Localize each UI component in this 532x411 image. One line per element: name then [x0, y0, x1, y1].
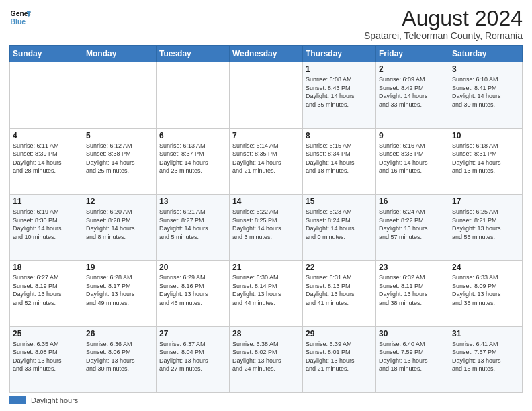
day-info: Sunrise: 6:31 AMSunset: 8:13 PMDaylight:… [306, 273, 373, 307]
logo-icon: General Blue [9, 7, 31, 28]
calendar-cell: 25Sunrise: 6:35 AMSunset: 8:08 PMDayligh… [10, 326, 83, 392]
main-title: August 2024 [364, 7, 523, 30]
day-number: 16 [379, 197, 446, 206]
day-info: Sunrise: 6:35 AMSunset: 8:08 PMDaylight:… [13, 340, 80, 373]
day-number: 18 [13, 263, 80, 272]
calendar-cell: 12Sunrise: 6:20 AMSunset: 8:28 PMDayligh… [83, 194, 157, 260]
day-info: Sunrise: 6:30 AMSunset: 8:14 PMDaylight:… [232, 273, 300, 307]
calendar-cell: 24Sunrise: 6:33 AMSunset: 8:09 PMDayligh… [449, 261, 523, 326]
calendar-cell: 4Sunrise: 6:11 AMSunset: 8:39 PMDaylight… [10, 128, 83, 194]
day-info: Sunrise: 6:37 AMSunset: 8:04 PMDaylight:… [159, 340, 226, 373]
calendar-cell: 5Sunrise: 6:12 AMSunset: 8:38 PMDaylight… [83, 128, 157, 194]
legend-label: Daylight hours [31, 396, 78, 404]
day-number: 1 [306, 64, 373, 74]
day-number: 19 [86, 263, 153, 272]
day-info: Sunrise: 6:36 AMSunset: 8:06 PMDaylight:… [86, 340, 153, 373]
day-info: Sunrise: 6:38 AMSunset: 8:02 PMDaylight:… [232, 340, 300, 373]
day-of-week-header: Wednesday [230, 46, 303, 62]
day-info: Sunrise: 6:39 AMSunset: 8:01 PMDaylight:… [306, 340, 373, 373]
day-number: 7 [232, 131, 300, 140]
calendar-body: 1Sunrise: 6:08 AMSunset: 8:43 PMDaylight… [10, 62, 523, 393]
day-info: Sunrise: 6:29 AMSunset: 8:16 PMDaylight:… [159, 273, 226, 307]
day-number: 3 [452, 64, 519, 74]
calendar-week-row: 4Sunrise: 6:11 AMSunset: 8:39 PMDaylight… [10, 128, 523, 194]
day-info: Sunrise: 6:32 AMSunset: 8:11 PMDaylight:… [379, 273, 446, 307]
day-info: Sunrise: 6:21 AMSunset: 8:27 PMDaylight:… [159, 208, 226, 241]
day-number: 21 [232, 263, 300, 272]
day-number: 2 [379, 64, 446, 74]
day-number: 13 [159, 197, 226, 206]
calendar-cell: 30Sunrise: 6:40 AMSunset: 7:59 PMDayligh… [376, 326, 449, 392]
calendar-cell: 1Sunrise: 6:08 AMSunset: 8:43 PMDaylight… [303, 62, 376, 128]
day-info: Sunrise: 6:24 AMSunset: 8:22 PMDaylight:… [379, 208, 446, 241]
calendar-cell: 13Sunrise: 6:21 AMSunset: 8:27 PMDayligh… [157, 194, 230, 260]
calendar-cell: 6Sunrise: 6:13 AMSunset: 8:37 PMDaylight… [157, 128, 230, 194]
day-info: Sunrise: 6:10 AMSunset: 8:41 PMDaylight:… [452, 75, 519, 109]
day-info: Sunrise: 6:16 AMSunset: 8:33 PMDaylight:… [379, 142, 446, 175]
calendar-cell [157, 62, 230, 128]
day-number: 23 [379, 263, 446, 272]
calendar-cell: 15Sunrise: 6:23 AMSunset: 8:24 PMDayligh… [303, 194, 376, 260]
day-info: Sunrise: 6:41 AMSunset: 7:57 PMDaylight:… [452, 340, 519, 373]
day-number: 27 [159, 329, 226, 338]
subtitle: Spatarei, Teleorman County, Romania [364, 30, 523, 41]
day-number: 11 [13, 197, 80, 206]
calendar-week-row: 1Sunrise: 6:08 AMSunset: 8:43 PMDaylight… [10, 62, 523, 128]
day-number: 9 [379, 131, 446, 140]
day-number: 8 [306, 131, 373, 140]
day-info: Sunrise: 6:13 AMSunset: 8:37 PMDaylight:… [159, 142, 226, 175]
day-number: 22 [306, 263, 373, 272]
calendar-week-row: 18Sunrise: 6:27 AMSunset: 8:19 PMDayligh… [10, 261, 523, 326]
calendar-cell: 19Sunrise: 6:28 AMSunset: 8:17 PMDayligh… [83, 261, 157, 326]
day-number: 28 [232, 329, 300, 338]
day-info: Sunrise: 6:19 AMSunset: 8:30 PMDaylight:… [13, 208, 80, 241]
day-info: Sunrise: 6:15 AMSunset: 8:34 PMDaylight:… [306, 142, 373, 175]
calendar-cell: 21Sunrise: 6:30 AMSunset: 8:14 PMDayligh… [230, 261, 303, 326]
day-info: Sunrise: 6:14 AMSunset: 8:35 PMDaylight:… [232, 142, 300, 175]
calendar-cell [83, 62, 157, 128]
calendar-cell: 10Sunrise: 6:18 AMSunset: 8:31 PMDayligh… [449, 128, 523, 194]
day-of-week-header: Friday [376, 46, 449, 62]
calendar-week-row: 25Sunrise: 6:35 AMSunset: 8:08 PMDayligh… [10, 326, 523, 392]
day-number: 4 [13, 131, 80, 140]
calendar-cell [230, 62, 303, 128]
day-number: 31 [452, 329, 519, 338]
title-block: August 2024 Spatarei, Teleorman County, … [364, 7, 523, 41]
day-number: 20 [159, 263, 226, 272]
calendar-cell: 22Sunrise: 6:31 AMSunset: 8:13 PMDayligh… [303, 261, 376, 326]
calendar-cell: 29Sunrise: 6:39 AMSunset: 8:01 PMDayligh… [303, 326, 376, 392]
legend: Daylight hours [9, 396, 523, 404]
day-number: 26 [86, 329, 153, 338]
legend-color-box [9, 396, 26, 404]
day-info: Sunrise: 6:18 AMSunset: 8:31 PMDaylight:… [452, 142, 519, 175]
day-info: Sunrise: 6:23 AMSunset: 8:24 PMDaylight:… [306, 208, 373, 241]
day-info: Sunrise: 6:25 AMSunset: 8:21 PMDaylight:… [452, 208, 519, 241]
calendar-cell: 17Sunrise: 6:25 AMSunset: 8:21 PMDayligh… [449, 194, 523, 260]
page: General Blue August 2024 Spatarei, Teleo… [0, 0, 532, 411]
calendar-cell: 7Sunrise: 6:14 AMSunset: 8:35 PMDaylight… [230, 128, 303, 194]
calendar-cell: 8Sunrise: 6:15 AMSunset: 8:34 PMDaylight… [303, 128, 376, 194]
day-info: Sunrise: 6:09 AMSunset: 8:42 PMDaylight:… [379, 75, 446, 109]
calendar-cell: 26Sunrise: 6:36 AMSunset: 8:06 PMDayligh… [83, 326, 157, 392]
calendar-cell: 9Sunrise: 6:16 AMSunset: 8:33 PMDaylight… [376, 128, 449, 194]
header-row: SundayMondayTuesdayWednesdayThursdayFrid… [10, 46, 523, 62]
calendar-cell: 31Sunrise: 6:41 AMSunset: 7:57 PMDayligh… [449, 326, 523, 392]
calendar-cell: 2Sunrise: 6:09 AMSunset: 8:42 PMDaylight… [376, 62, 449, 128]
day-number: 17 [452, 197, 519, 206]
day-info: Sunrise: 6:22 AMSunset: 8:25 PMDaylight:… [232, 208, 300, 241]
calendar-cell [10, 62, 83, 128]
day-info: Sunrise: 6:11 AMSunset: 8:39 PMDaylight:… [13, 142, 80, 175]
day-number: 30 [379, 329, 446, 338]
day-number: 25 [13, 329, 80, 338]
day-of-week-header: Tuesday [157, 46, 230, 62]
day-info: Sunrise: 6:20 AMSunset: 8:28 PMDaylight:… [86, 208, 153, 241]
calendar-table: SundayMondayTuesdayWednesdayThursdayFrid… [9, 45, 523, 393]
day-number: 6 [159, 131, 226, 140]
day-of-week-header: Saturday [449, 46, 523, 62]
day-number: 12 [86, 197, 153, 206]
day-number: 5 [86, 131, 153, 140]
day-number: 10 [452, 131, 519, 140]
calendar-cell: 18Sunrise: 6:27 AMSunset: 8:19 PMDayligh… [10, 261, 83, 326]
calendar-week-row: 11Sunrise: 6:19 AMSunset: 8:30 PMDayligh… [10, 194, 523, 260]
day-of-week-header: Thursday [303, 46, 376, 62]
